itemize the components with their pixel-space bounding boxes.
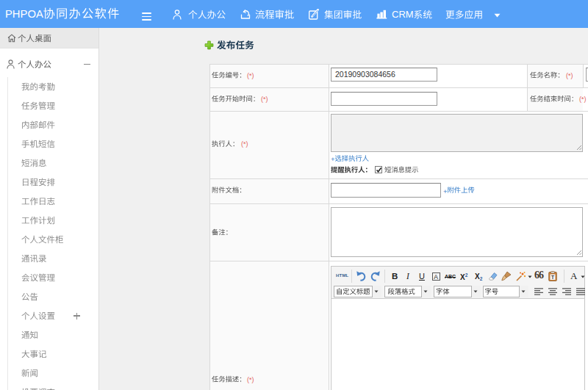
svg-text:T: T [551, 275, 554, 280]
